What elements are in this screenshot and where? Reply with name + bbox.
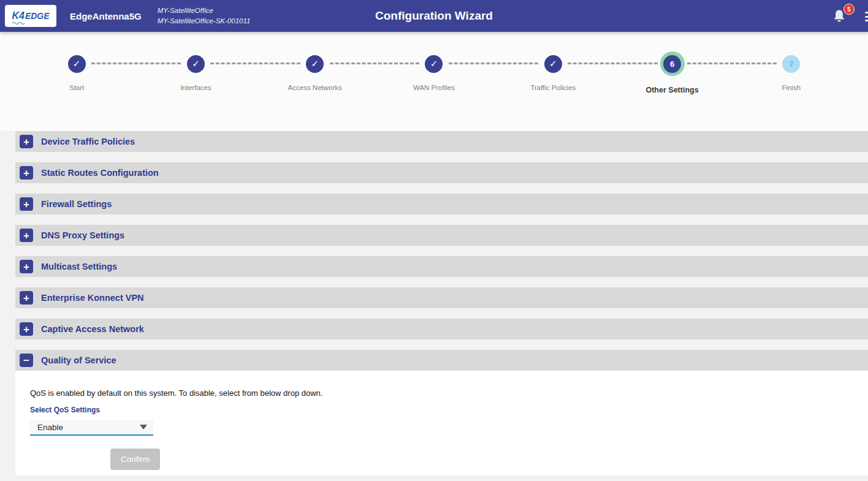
step-ring: 7 [779,51,804,76]
qos-panel: QoS is enabled by default on this system… [15,371,868,475]
step-ring: 6 [660,51,685,76]
qos-settings-dropdown[interactable]: Enable [30,420,153,436]
step-label: WAN Profiles [413,84,455,91]
step-label: Access Networks [288,84,342,91]
logo-edge-text: EDGE [25,11,50,21]
wizard-stepper: ✓Start✓Interfaces✓Access Networks✓WAN Pr… [0,32,868,94]
qos-settings-dropdown-value: Enable [37,423,63,432]
check-icon: ✓ [306,55,324,73]
logo-wave-icon [12,21,25,26]
accordion-header-quality-of-service[interactable]: −Quality of Service [15,350,868,371]
accordion-list: +Device Traffic Policies+Static Routes C… [0,131,868,371]
step-ring: ✓ [422,51,446,76]
expand-icon[interactable]: + [20,166,33,180]
device-info: MY-SatelliteOffice MY-SatelliteOffice-SK… [158,6,251,27]
accordion-title: Static Routes Configuration [41,168,159,178]
collapse-icon[interactable]: − [20,354,33,367]
expand-icon[interactable]: + [20,197,33,211]
chevron-down-icon [140,425,147,430]
logo-k4-text: K4 [12,10,24,21]
wizard-step-other-settings[interactable]: 6Other Settings [612,51,731,94]
accordion-title: Firewall Settings [41,199,112,209]
accordion-header-static-routes-configuration[interactable]: +Static Routes Configuration [15,162,868,183]
expand-icon[interactable]: + [20,135,33,148]
accordion-title: Enterprise Konnect VPN [41,293,144,303]
accordion-header-enterprise-konnect-vpn[interactable]: +Enterprise Konnect VPN [15,287,868,308]
confirm-button[interactable]: Confirm [110,449,160,470]
product-name: EdgeAntenna5G [70,11,142,21]
accordion-header-device-traffic-policies[interactable]: +Device Traffic Policies [15,131,868,152]
site-name: MY-SatelliteOffice [158,6,251,16]
step-label: Finish [782,84,801,91]
wizard-step-finish[interactable]: 7Finish [732,51,851,94]
expand-icon[interactable]: + [20,291,33,305]
step-number: 7 [782,55,800,73]
wizard-step-access-networks[interactable]: ✓Access Networks [256,51,375,94]
menu-icon-partial[interactable] [865,12,868,21]
accordion-title: Captive Access Network [41,324,144,334]
device-id: MY-SatelliteOffice-SK-001011 [158,16,251,26]
step-ring: ✓ [303,51,327,76]
check-icon: ✓ [425,55,443,73]
step-number: 6 [663,55,681,73]
page-title: Configuration Wizard [375,9,493,23]
wizard-step-interfaces[interactable]: ✓Interfaces [136,51,255,94]
wizard-step-wan-profiles[interactable]: ✓WAN Profiles [375,51,493,94]
step-ring: ✓ [541,51,565,76]
accordion-title: Device Traffic Policies [41,137,135,146]
check-icon: ✓ [544,55,562,73]
expand-icon[interactable]: + [20,229,33,242]
step-label: Traffic Policies [530,84,576,91]
accordion-header-firewall-settings[interactable]: +Firewall Settings [15,194,868,214]
wizard-step-traffic-policies[interactable]: ✓Traffic Policies [493,51,612,94]
step-label: Other Settings [645,86,698,94]
brand-logo-text: K4EDGE [12,10,49,21]
accordion-title: Quality of Service [41,355,116,365]
notification-count-badge: 5 [843,4,855,15]
check-icon: ✓ [68,55,86,73]
expand-icon[interactable]: + [20,322,33,336]
step-ring: ✓ [64,51,89,76]
notifications-button[interactable]: 5 [832,7,847,25]
accordion-title: DNS Proxy Settings [41,230,124,240]
other-settings-sections: +Device Traffic Policies+Static Routes C… [0,131,868,481]
qos-description: QoS is enabled by default on this system… [30,388,868,398]
expand-icon[interactable]: + [20,260,33,273]
step-label: Start [69,84,84,91]
check-icon: ✓ [187,55,205,73]
step-label: Interfaces [180,84,211,91]
accordion-header-dns-proxy-settings[interactable]: +DNS Proxy Settings [15,225,868,246]
accordion-title: Multicast Settings [41,262,117,271]
app-header: K4EDGE EdgeAntenna5G MY-SatelliteOffice … [0,0,868,32]
step-ring: ✓ [183,51,208,76]
accordion-header-multicast-settings[interactable]: +Multicast Settings [15,256,868,277]
brand-logo: K4EDGE [5,5,56,27]
accordion-header-captive-access-network[interactable]: +Captive Access Network [15,319,868,339]
wizard-step-start[interactable]: ✓Start [17,51,136,94]
qos-select-label: Select QoS Settings [30,406,868,414]
